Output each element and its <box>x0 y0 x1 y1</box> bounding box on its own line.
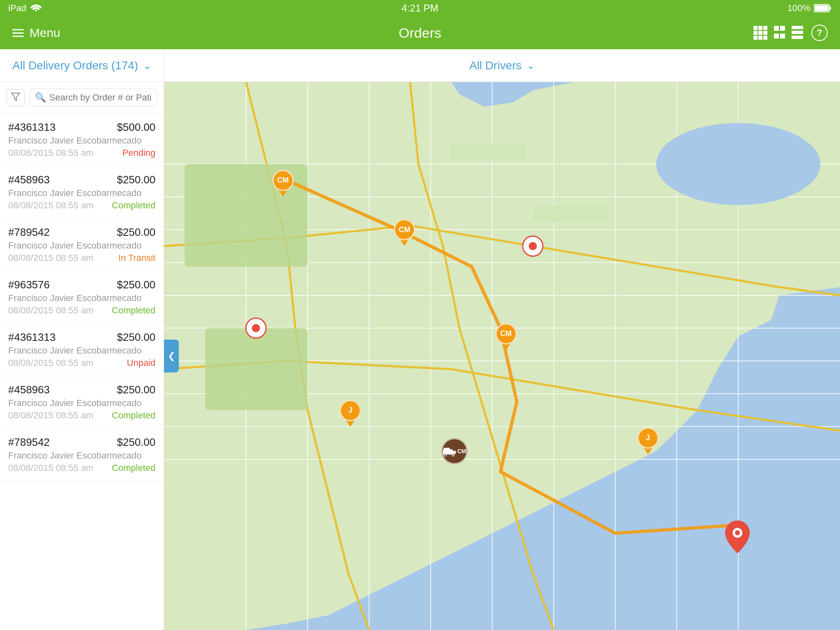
list-view-icon[interactable] <box>792 26 803 40</box>
map-pin-j2[interactable]: J <box>637 427 659 454</box>
status-time: 4:21 PM <box>402 2 438 14</box>
svg-marker-4 <box>11 93 20 100</box>
order-amount: $250.00 <box>117 331 155 344</box>
svg-rect-31 <box>453 451 456 454</box>
order-item-5[interactable]: #458963 $250.00 Francisco Javier Escobar… <box>0 376 164 429</box>
svg-rect-3 <box>815 5 829 11</box>
order-status: Completed <box>112 200 155 211</box>
two-col-view-icon[interactable] <box>774 26 785 40</box>
order-patient: Francisco Javier Escobarmecado <box>8 398 142 408</box>
order-number: #458963 <box>8 383 50 396</box>
svg-rect-28 <box>451 144 525 160</box>
wifi-icon <box>30 3 42 14</box>
large-red-pin-icon <box>725 520 750 553</box>
order-list: #4361313 $500.00 Francisco Javier Escoba… <box>0 114 164 630</box>
filter-button[interactable] <box>7 89 25 106</box>
map-pin-j1[interactable]: J <box>340 400 361 427</box>
order-patient: Francisco Javier Escobarmecado <box>8 293 142 303</box>
hamburger-icon <box>12 29 24 37</box>
order-item-1[interactable]: #458963 $250.00 Francisco Javier Escobar… <box>0 166 164 219</box>
delivery-orders-filter[interactable]: All Delivery Orders (174) ⌄ <box>0 49 164 82</box>
view-toggle-icons[interactable] <box>753 26 803 40</box>
order-amount: $250.00 <box>117 383 155 396</box>
delivery-orders-label: All Delivery Orders (174) <box>12 59 138 72</box>
search-icon: 🔍 <box>35 92 46 103</box>
search-input-wrap[interactable]: 🔍 <box>30 89 157 107</box>
svg-point-27 <box>656 123 820 205</box>
order-status: Completed <box>112 463 155 473</box>
order-item-0[interactable]: #4361313 $500.00 Francisco Javier Escoba… <box>0 114 164 166</box>
order-status: Completed <box>112 305 155 316</box>
order-status: Unpaid <box>127 358 155 368</box>
order-date: 08/08/2015 08:55 am <box>8 253 94 263</box>
order-date: 08/08/2015 08:55 am <box>8 200 94 211</box>
order-item-6[interactable]: #789542 $250.00 Francisco Javier Escobar… <box>0 429 164 481</box>
order-patient: Francisco Javier Escobarmecado <box>8 240 142 251</box>
order-amount: $500.00 <box>117 121 155 134</box>
sub-nav: All Delivery Orders (174) ⌄ All Drivers … <box>0 49 840 82</box>
order-item-4[interactable]: #4361313 $250.00 Francisco Javier Escoba… <box>0 324 164 376</box>
battery-label: 100% <box>788 3 810 14</box>
svg-point-34 <box>452 454 454 457</box>
order-date: 08/08/2015 08:55 am <box>8 358 94 368</box>
menu-label: Menu <box>30 26 60 40</box>
svg-rect-29 <box>533 205 607 221</box>
order-number: #789542 <box>8 436 50 449</box>
order-patient: Francisco Javier Escobarmecado <box>8 450 142 461</box>
order-date: 08/08/2015 08:55 am <box>8 148 94 158</box>
map-pin-large-red[interactable] <box>725 520 750 555</box>
search-bar: 🔍 <box>0 82 164 114</box>
order-status: In Transit <box>119 253 155 263</box>
drivers-filter[interactable]: All Drivers ⌄ <box>164 59 840 72</box>
van-icon <box>443 446 456 457</box>
svg-rect-2 <box>829 7 831 10</box>
order-amount: $250.00 <box>117 173 155 186</box>
map-area: ❮ CM CM CM <box>164 82 840 630</box>
nav-icons: ? <box>753 25 828 41</box>
order-number: #789542 <box>8 226 50 239</box>
svg-point-0 <box>35 10 37 11</box>
top-nav: Menu Orders ? <box>0 16 840 49</box>
order-patient: Francisco Javier Escobarmecado <box>8 345 142 356</box>
svg-point-36 <box>735 530 740 535</box>
order-status: Pending <box>122 148 155 158</box>
order-date: 08/08/2015 08:55 am <box>8 305 94 316</box>
drivers-label: All Drivers <box>469 59 522 72</box>
search-input[interactable] <box>49 92 152 103</box>
order-date: 08/08/2015 08:55 am <box>8 463 94 473</box>
order-amount: $250.00 <box>117 436 155 449</box>
nav-title: Orders <box>399 25 441 41</box>
svg-rect-26 <box>205 328 308 410</box>
help-button[interactable]: ? <box>811 25 828 41</box>
order-amount: $250.00 <box>117 226 155 239</box>
map-pin-cm3[interactable]: CM <box>495 323 517 350</box>
drivers-chevron: ⌄ <box>527 60 535 71</box>
collapse-panel-button[interactable]: ❮ <box>164 340 179 372</box>
order-status: Completed <box>112 410 155 421</box>
order-item-3[interactable]: #963576 $250.00 Francisco Javier Escobar… <box>0 271 164 324</box>
delivery-orders-chevron: ⌄ <box>143 60 151 71</box>
map-pin-van[interactable]: CM <box>441 438 468 464</box>
menu-button[interactable]: Menu <box>12 26 60 40</box>
map-pin-target2[interactable] <box>245 317 267 339</box>
order-number: #4361313 <box>8 121 56 134</box>
map-pin-target1[interactable] <box>522 235 543 257</box>
status-left: iPad <box>8 3 42 14</box>
map-pin-cm1[interactable]: CM <box>272 170 294 197</box>
main-content: 🔍 #4361313 $500.00 Francisco Javier Esco… <box>0 82 840 630</box>
order-number: #4361313 <box>8 331 56 344</box>
battery-icon <box>814 4 832 13</box>
order-number: #458963 <box>8 173 50 186</box>
order-amount: $250.00 <box>117 278 155 291</box>
svg-rect-32 <box>443 448 450 451</box>
order-date: 08/08/2015 08:55 am <box>8 410 94 421</box>
map-pin-cm2[interactable]: CM <box>394 219 415 246</box>
order-number: #963576 <box>8 278 50 291</box>
left-panel: 🔍 #4361313 $500.00 Francisco Javier Esco… <box>0 82 164 630</box>
order-item-2[interactable]: #789542 $250.00 Francisco Javier Escobar… <box>0 219 164 271</box>
ipad-label: iPad <box>8 3 26 14</box>
status-bar: iPad 4:21 PM 100% <box>0 0 840 16</box>
help-label: ? <box>817 27 822 38</box>
grid-view-icon[interactable] <box>753 26 767 40</box>
j-pin-circle: J <box>340 400 361 421</box>
